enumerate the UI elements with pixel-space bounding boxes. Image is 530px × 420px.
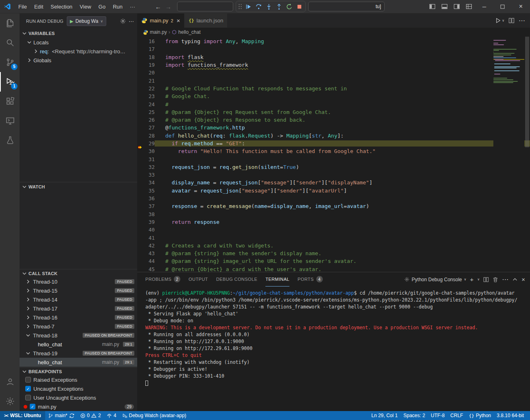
toggle-secondary-sidebar-icon[interactable] bbox=[451, 0, 463, 13]
menu-more[interactable]: ··· bbox=[126, 0, 139, 13]
line-number[interactable]: 23 bbox=[143, 93, 155, 99]
line-number[interactable]: 34 bbox=[143, 179, 155, 186]
line-number[interactable]: 31 bbox=[143, 156, 155, 162]
command-center-input[interactable]: tu] bbox=[308, 2, 385, 11]
step-into-icon[interactable] bbox=[264, 2, 274, 11]
configure-gear-icon[interactable] bbox=[120, 18, 126, 24]
code-editor[interactable]: 16 from typing import Any, Mapping 17 18… bbox=[137, 37, 530, 272]
breakpoint-row[interactable]: ✓ main.py 29 bbox=[20, 402, 137, 411]
status-language-mode[interactable]: {}Python bbox=[466, 411, 494, 420]
maximize-panel-icon[interactable] bbox=[512, 277, 518, 282]
line-number[interactable]: 26 bbox=[143, 117, 155, 123]
status-git-branch[interactable]: main* bbox=[45, 411, 77, 420]
line-number[interactable]: 37 bbox=[143, 203, 155, 209]
variables-scope-locals[interactable]: Locals bbox=[20, 38, 137, 47]
status-debug-session[interactable]: Debug Watch (avatar-app) bbox=[119, 411, 189, 420]
line-number[interactable]: 41 bbox=[143, 235, 155, 241]
menu-File[interactable]: File bbox=[15, 0, 31, 13]
line-number[interactable]: 27 bbox=[143, 125, 155, 131]
line-number[interactable]: 21 bbox=[143, 78, 155, 84]
call-stack-thread[interactable]: Thread-15 PAUSED bbox=[20, 286, 137, 295]
variable-row[interactable]: req: <Request 'http://charming-tro… bbox=[20, 47, 137, 56]
line-number[interactable]: 18 bbox=[143, 54, 155, 60]
variables-header[interactable]: VARIABLES bbox=[20, 29, 137, 38]
breakpoint-checkbox[interactable]: ✓ bbox=[25, 386, 31, 392]
command-center-search[interactable] bbox=[177, 2, 233, 11]
more-actions-icon[interactable]: ⋯ bbox=[519, 17, 525, 24]
line-number[interactable]: 24 bbox=[143, 101, 155, 107]
line-number[interactable]: 35 bbox=[143, 188, 155, 194]
debug-config-dropdown[interactable]: ▶ Debug Wa ∨ bbox=[67, 16, 106, 26]
panel-tab-problems[interactable]: PROBLEMS 2 bbox=[145, 272, 180, 287]
line-number[interactable]: 19 bbox=[143, 62, 155, 68]
forward-icon[interactable]: → bbox=[165, 3, 171, 10]
call-stack-thread[interactable]: Thread-16 PAUSED bbox=[20, 313, 137, 322]
status-indentation[interactable]: Spaces: 2 bbox=[401, 411, 428, 420]
breakpoint-row[interactable]: User Uncaught Exceptions bbox=[20, 393, 137, 402]
customize-layout-icon[interactable] bbox=[463, 0, 475, 13]
editor-scrollbar[interactable] bbox=[524, 37, 530, 272]
maximize-button[interactable] bbox=[493, 0, 512, 13]
line-number[interactable]: 39 bbox=[143, 219, 155, 225]
continue-icon[interactable] bbox=[243, 2, 253, 11]
activity-settings[interactable] bbox=[0, 392, 20, 411]
status-eol[interactable]: CRLF bbox=[447, 411, 466, 420]
breadcrumb-symbol[interactable]: hello_chat bbox=[178, 29, 201, 35]
toggle-sidebar-icon[interactable] bbox=[426, 0, 438, 13]
line-number[interactable]: 22 bbox=[143, 85, 155, 92]
activity-run-and-debug[interactable]: 1 bbox=[0, 72, 20, 92]
line-number[interactable]: 20 bbox=[143, 70, 155, 76]
activity-testing[interactable] bbox=[0, 131, 20, 150]
breakpoint-checkbox[interactable] bbox=[25, 395, 31, 400]
close-window-button[interactable]: × bbox=[512, 0, 530, 13]
line-number[interactable]: 33 bbox=[143, 172, 155, 178]
activity-account[interactable] bbox=[0, 372, 20, 392]
call-stack-frame[interactable]: hello_chat main.py 29:1 bbox=[20, 358, 137, 367]
line-number[interactable]: 44 bbox=[143, 258, 155, 264]
chevron-down-icon[interactable]: ∨ bbox=[502, 19, 504, 22]
breakpoints-header[interactable]: BREAKPOINTS bbox=[20, 367, 137, 375]
status-problems[interactable]: 02 bbox=[77, 411, 104, 420]
terminal-output[interactable]: (env) pierrick@LAPTOP-HKU5PNNG:~/git/goo… bbox=[137, 287, 530, 411]
terminal-selector[interactable]: Python Debug Console ∨ bbox=[404, 277, 466, 282]
line-number[interactable]: 45 bbox=[143, 266, 155, 272]
panel-tab-ports[interactable]: PORTS 4 bbox=[298, 272, 323, 287]
activity-explorer[interactable] bbox=[0, 13, 20, 33]
split-editor-icon[interactable] bbox=[508, 18, 515, 24]
run-python-file-icon[interactable]: ∨ bbox=[495, 18, 504, 24]
activity-remote-explorer[interactable] bbox=[0, 111, 20, 131]
menu-Run[interactable]: Run bbox=[109, 0, 126, 13]
breakpoint-checkbox[interactable] bbox=[25, 377, 31, 383]
line-number[interactable]: 32 bbox=[143, 164, 155, 170]
line-number[interactable]: 16 bbox=[143, 38, 155, 44]
scrollbar-thumb[interactable] bbox=[525, 37, 529, 147]
activity-extensions[interactable] bbox=[0, 92, 20, 111]
breadcrumb-file[interactable]: main.py bbox=[150, 29, 167, 35]
close-panel-icon[interactable]: × bbox=[521, 276, 525, 283]
status-python-interpreter[interactable]: 3.8.10 64-bit bbox=[494, 411, 527, 420]
more-actions-icon[interactable]: ⋯ bbox=[129, 18, 134, 24]
status-cursor-position[interactable]: Ln 29, Col 1 bbox=[368, 411, 401, 420]
line-number[interactable]: 29 bbox=[143, 140, 155, 147]
panel-tab-terminal[interactable]: TERMINAL bbox=[265, 272, 289, 287]
call-stack-thread[interactable]: Thread-19 PAUSED ON BREAKPOINT bbox=[20, 349, 137, 358]
step-over-icon[interactable] bbox=[254, 2, 263, 11]
panel-tab-output[interactable]: OUTPUT bbox=[188, 272, 208, 287]
stop-icon[interactable] bbox=[294, 2, 304, 11]
call-stack-thread[interactable]: Thread-7 PAUSED bbox=[20, 322, 137, 331]
status-encoding[interactable]: UTF-8 bbox=[428, 411, 447, 420]
split-terminal-icon[interactable] bbox=[483, 277, 489, 282]
menu-Go[interactable]: Go bbox=[95, 0, 109, 13]
status-remote-indicator[interactable]: ><WSL: Ubuntu bbox=[0, 411, 45, 420]
menu-Edit[interactable]: Edit bbox=[31, 0, 47, 13]
line-number[interactable]: 42 bbox=[143, 243, 155, 249]
start-debug-icon[interactable]: ▶ bbox=[70, 19, 73, 24]
line-number[interactable]: 40 bbox=[143, 227, 155, 233]
line-number[interactable]: 38 bbox=[143, 211, 155, 217]
breakpoint-checkbox[interactable]: ✓ bbox=[30, 404, 35, 409]
minimize-button[interactable]: ─ bbox=[475, 0, 493, 13]
call-stack-thread[interactable]: Thread-10 PAUSED bbox=[20, 277, 137, 286]
drag-handle-icon[interactable] bbox=[237, 2, 243, 11]
panel-more-icon[interactable]: ⋯ bbox=[502, 276, 508, 283]
breakpoint-row[interactable]: ✓ Uncaught Exceptions bbox=[20, 384, 137, 393]
